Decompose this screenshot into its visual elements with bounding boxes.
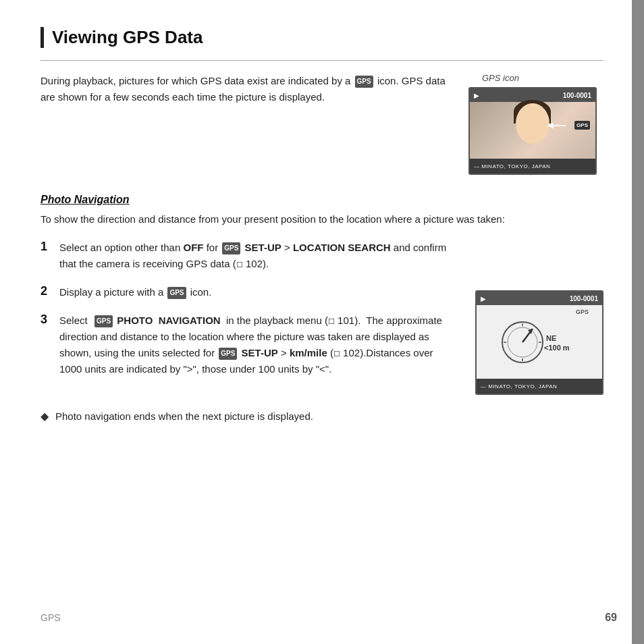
step-2-number: 2 [41,284,51,298]
page: Viewing GPS Data During playback, pictur… [0,0,644,644]
step-2-content: Display a picture with a GPS icon. [59,284,211,300]
step1-gps-badge: GPS [222,242,240,254]
nav-screen-bottom: — MINATO, TOKYO, JAPAN [477,379,602,394]
play-icon: ▶ [474,92,479,99]
steps-list: 1 Select an option other than OFF for GP… [41,240,455,395]
intro-text: During playback, pictures for which GPS … [41,73,455,175]
scrollbar [632,0,644,644]
face-oval [516,103,549,144]
step-3-content: Select GPS PHOTO NAVIGATION in the playb… [59,313,455,377]
step1-location-search: LOCATION SEARCH [293,242,391,253]
step1-ref: ☐ [236,261,243,269]
photo-number: 100-0001 [563,92,591,99]
svg-text:NE: NE [546,334,556,342]
step-3: 3 Select GPS PHOTO NAVIGATION in the pla… [41,313,455,377]
step1-setup: SET-UP [245,242,281,253]
title-divider [41,60,603,61]
note-bullet: ◆ [41,410,49,423]
step3-photo-nav: PHOTO NAVIGATION [117,315,220,326]
gps-arrow-indicator [547,121,567,131]
nav-screen-middle: GPS [477,305,602,379]
compass-svg: NE <100 m [495,315,583,369]
note-text: Photo navigation ends when the next pict… [55,408,313,425]
nav-gps-text: GPS [576,308,589,315]
title-section: Viewing GPS Data [41,27,603,48]
step3-setup: SET-UP [242,347,278,358]
step-1: 1 Select an option other than OFF for GP… [41,240,455,272]
footer-label: GPS [41,612,61,623]
nav-screen-top: ▶ 100-0001 [477,292,602,305]
step-3-number: 3 [41,313,51,327]
top-section: During playback, pictures for which GPS … [41,73,603,175]
steps-container: 1 Select an option other than OFF for GP… [41,240,603,395]
note-section: ◆ Photo navigation ends when the next pi… [41,408,603,425]
step3-gps-badge2: GPS [219,348,237,360]
camera-bottom-bar-1: — MINATO, TOKYO, JAPAN [470,159,595,173]
camera-photo-area: GPS [470,102,595,159]
gps-badge-inline-intro: GPS [355,76,373,88]
nav-photo-number: 100-0001 [570,295,598,302]
intro-text-part1: During playback, pictures for which GPS … [41,75,350,86]
step3-ref2: ☐ [333,350,340,358]
gps-badge-on-screen: GPS [574,121,590,130]
nav-play-icon: ▶ [481,295,486,302]
step-2: 2 Display a picture with a GPS icon. [41,284,455,300]
camera-screen-1: ▶ 100-0001 GPS [468,87,597,175]
gps-icon-area: GPS icon ▶ 100-0001 GPS [468,73,603,175]
camera-location-text-1: — MINATO, TOKYO, JAPAN [474,163,550,169]
step-1-content: Select an option other than OFF for GPS … [59,240,455,272]
step3-km-mile: km/mile [290,347,327,358]
step3-right: ▶ 100-0001 GPS [475,240,603,395]
photo-nav-heading: Photo Navigation [41,194,603,206]
svg-text:<100 m: <100 m [544,344,570,352]
gps-icon-label: GPS icon [482,73,519,83]
footer: GPS 69 [41,612,617,624]
footer-page-number: 69 [605,612,617,624]
camera-screen-2: ▶ 100-0001 GPS [475,290,603,395]
step1-off: OFF [183,242,203,253]
nav-location-text: — MINATO, TOKYO, JAPAN [481,383,557,390]
step-1-number: 1 [41,240,51,254]
step2-gps-badge: GPS [167,287,186,299]
step3-ref1: ☐ [328,317,335,325]
page-title: Viewing GPS Data [52,27,203,48]
description-text: To show the direction and distance from … [41,211,603,227]
step3-gps-badge: GPS [95,315,113,327]
